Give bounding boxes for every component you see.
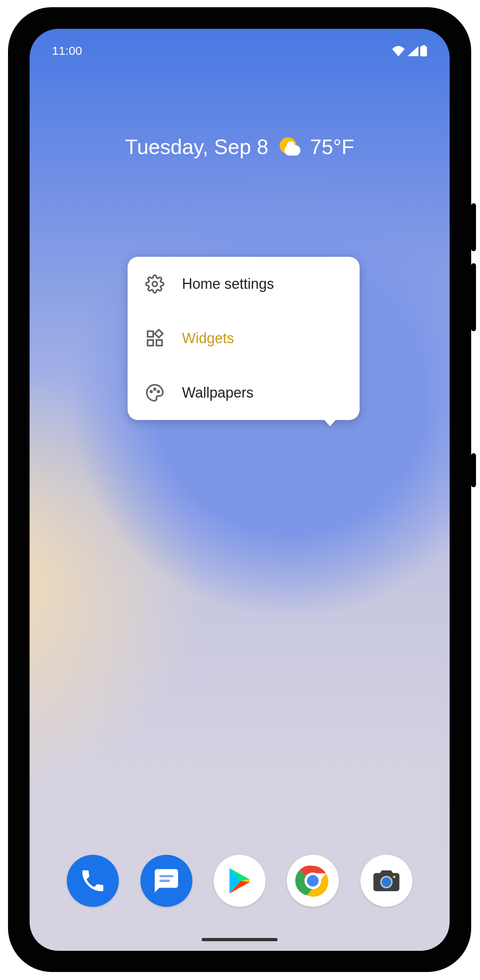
play-store-icon	[224, 866, 255, 896]
svg-rect-11	[159, 880, 170, 882]
temperature-label: 75°F	[310, 135, 354, 159]
menu-item-home-settings[interactable]: Home settings	[128, 257, 360, 311]
dock-app-messages[interactable]	[140, 855, 192, 907]
svg-rect-4	[148, 340, 153, 346]
wifi-icon	[392, 46, 405, 56]
svg-rect-0	[420, 46, 427, 56]
svg-rect-10	[159, 875, 173, 877]
widgets-icon	[145, 329, 164, 348]
dock-app-phone[interactable]	[67, 855, 119, 907]
svg-rect-3	[148, 331, 153, 337]
phone-frame: 11:00 Tuesday, Sep 8	[8, 7, 471, 972]
side-button	[471, 453, 476, 487]
menu-item-label: Wallpapers	[182, 384, 254, 401]
messages-icon	[152, 867, 180, 895]
home-context-menu: Home settings Widgets	[128, 257, 360, 420]
svg-rect-6	[155, 330, 163, 338]
menu-item-label: Widgets	[182, 330, 234, 347]
dock-app-chrome[interactable]	[287, 855, 339, 907]
dock	[30, 855, 450, 907]
battery-icon	[420, 45, 427, 56]
menu-item-wallpapers[interactable]: Wallpapers	[128, 366, 360, 420]
menu-item-widgets[interactable]: Widgets	[128, 311, 360, 366]
svg-point-2	[152, 282, 157, 286]
svg-point-17	[393, 876, 395, 878]
gesture-nav-bar[interactable]	[202, 938, 278, 941]
dock-app-camera[interactable]	[360, 855, 412, 907]
weather-partly-cloudy-icon	[278, 136, 300, 158]
svg-rect-1	[422, 45, 425, 47]
svg-point-7	[150, 391, 152, 392]
chrome-icon	[293, 861, 333, 901]
svg-rect-5	[156, 340, 162, 346]
menu-item-label: Home settings	[182, 276, 274, 292]
gear-icon	[145, 274, 164, 294]
date-label: Tuesday, Sep 8	[125, 135, 268, 159]
svg-point-8	[154, 388, 156, 390]
camera-icon	[371, 865, 402, 896]
phone-icon	[79, 867, 107, 895]
side-button	[471, 263, 476, 331]
date-weather-widget[interactable]: Tuesday, Sep 8 75°F	[30, 135, 450, 159]
cell-signal-icon	[406, 46, 418, 56]
status-icons	[392, 45, 427, 56]
home-screen[interactable]: 11:00 Tuesday, Sep 8	[30, 29, 450, 951]
side-button	[471, 203, 476, 251]
status-time: 11:00	[52, 44, 82, 58]
dock-app-play-store[interactable]	[214, 855, 266, 907]
status-bar: 11:00	[30, 29, 450, 65]
svg-point-9	[158, 391, 159, 392]
palette-icon	[145, 383, 164, 402]
